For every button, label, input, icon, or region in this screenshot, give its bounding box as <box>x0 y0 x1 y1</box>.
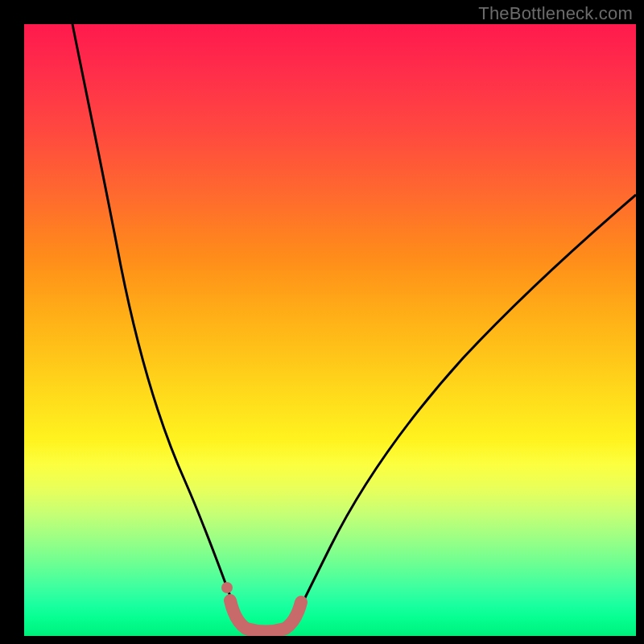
dot-marker <box>221 582 233 593</box>
chart-frame: TheBottleneck.com <box>0 0 644 644</box>
bottleneck-curve-right <box>290 195 636 630</box>
bottleneck-curve-left <box>72 24 243 630</box>
plot-area <box>24 24 636 636</box>
watermark-text: TheBottleneck.com <box>478 3 633 24</box>
flat-bottom-marker <box>230 601 301 632</box>
curve-overlay <box>24 24 636 636</box>
